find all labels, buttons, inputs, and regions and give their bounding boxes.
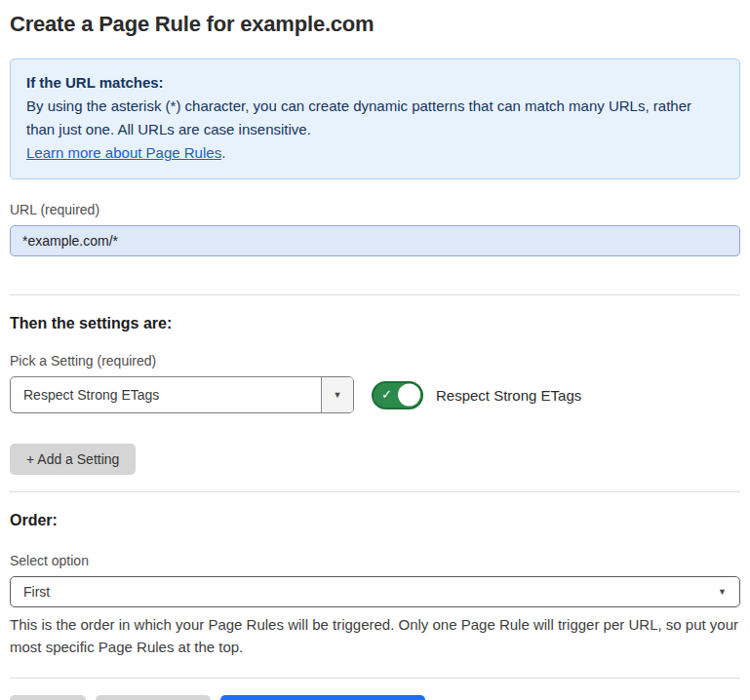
pick-setting-label: Pick a Setting (required)	[10, 353, 740, 369]
url-field-group: URL (required)	[10, 202, 740, 256]
toggle-knob	[398, 384, 420, 407]
cancel-button[interactable]: Cancel	[10, 695, 86, 700]
setting-select-arrow-cell[interactable]: ▼	[321, 377, 353, 412]
section-divider	[10, 294, 740, 295]
url-label: URL (required)	[10, 202, 740, 217]
save-as-draft-button[interactable]: Save as Draft	[96, 695, 212, 700]
chevron-down-icon: ▼	[334, 391, 342, 400]
order-select-arrow: ▼	[718, 577, 739, 606]
save-and-deploy-button[interactable]: Save and Deploy Page Rule	[220, 695, 425, 700]
setting-select-value: Respect Strong ETags	[11, 377, 159, 412]
section-divider	[10, 491, 740, 492]
form-actions: Cancel Save as Draft Save and Deploy Pag…	[10, 695, 740, 700]
url-match-info-box: If the URL matches: By using the asteris…	[10, 58, 740, 179]
add-setting-button[interactable]: + Add a Setting	[10, 444, 136, 475]
setting-select[interactable]: Respect Strong ETags ▼	[10, 376, 354, 413]
settings-section-heading: Then the settings are:	[10, 315, 740, 332]
order-select-label: Select option	[10, 553, 740, 568]
info-box-link-line: Learn more about Page Rules.	[26, 141, 724, 165]
order-select[interactable]: First ▼	[10, 576, 740, 607]
order-section-heading: Order:	[10, 512, 740, 529]
info-box-heading: If the URL matches:	[26, 71, 724, 95]
url-input[interactable]	[10, 225, 740, 256]
checkmark-icon: ✓	[381, 387, 392, 402]
setting-row: Respect Strong ETags ▼ ✓ Respect Strong …	[10, 376, 740, 413]
footer-divider	[10, 678, 740, 679]
toggle-label: Respect Strong ETags	[436, 387, 581, 404]
create-page-rule-form: Create a Page Rule for example.com If th…	[0, 0, 750, 700]
link-suffix-period: .	[221, 144, 225, 161]
order-help-text: This is the order in which your Page Rul…	[10, 613, 740, 658]
page-title: Create a Page Rule for example.com	[10, 12, 740, 37]
info-box-body: By using the asterisk (*) character, you…	[26, 95, 724, 141]
chevron-down-icon: ▼	[718, 588, 727, 597]
order-select-value: First	[11, 577, 50, 606]
etags-toggle[interactable]: ✓	[372, 381, 423, 409]
learn-more-link[interactable]: Learn more about Page Rules	[26, 144, 221, 161]
